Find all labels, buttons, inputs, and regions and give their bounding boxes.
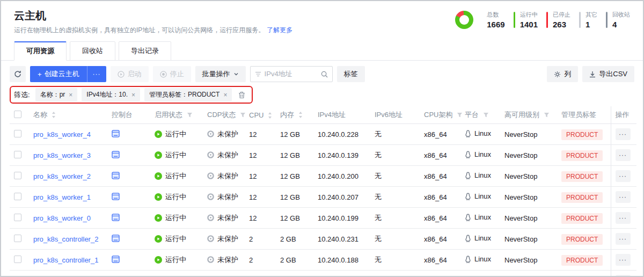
- stop-button[interactable]: 停止: [153, 66, 191, 82]
- cell-cpu: 12: [245, 145, 276, 166]
- stat-label: 已停止: [553, 11, 570, 19]
- console-button[interactable]: [112, 193, 120, 200]
- search-input[interactable]: IPv4地址: [250, 66, 333, 82]
- row-actions-button[interactable]: ···: [616, 275, 631, 277]
- admin-tag: PRODUCT: [561, 150, 603, 161]
- chip-close-icon[interactable]: ×: [131, 92, 135, 98]
- host-name-link[interactable]: pro_k8s_controller_2: [33, 235, 98, 243]
- filter-funnel-icon[interactable]: [544, 112, 550, 118]
- platform-text: Linux: [474, 150, 491, 158]
- row-actions-button[interactable]: ···: [616, 191, 631, 203]
- console-button[interactable]: [112, 172, 120, 179]
- filter-funnel-icon[interactable]: [457, 112, 463, 118]
- chip-close-icon[interactable]: ×: [223, 92, 227, 98]
- hosts-table: 名称 控制台启用状态 CDP状态 CPU 内存 IPv4地址IPv6地址CPU架…: [10, 106, 636, 277]
- row-actions-button[interactable]: ···: [616, 170, 631, 182]
- cdp-state-text: 未保护: [217, 129, 238, 139]
- table-row: pro_k8s_worker_4 运行中 未保护 12 12 GB 10.240…: [10, 124, 636, 145]
- select-all-checkbox[interactable]: [14, 111, 21, 118]
- sort-icon[interactable]: [52, 112, 56, 118]
- console-button[interactable]: [112, 235, 120, 242]
- refresh-button[interactable]: [10, 66, 26, 82]
- start-button[interactable]: 启动: [111, 66, 149, 82]
- console-icon: [112, 172, 120, 179]
- row-checkbox[interactable]: [14, 130, 21, 137]
- batch-operations-button[interactable]: 批量操作: [195, 66, 246, 82]
- filter-funnel-icon[interactable]: [240, 112, 246, 118]
- console-button[interactable]: [112, 130, 120, 137]
- power-state-text: 运行中: [165, 213, 186, 223]
- column-header-power-state[interactable]: 启用状态: [150, 106, 203, 124]
- column-header-memory[interactable]: 内存: [276, 106, 313, 124]
- stat-value: 263: [553, 20, 570, 29]
- cell-cpu: 2: [245, 271, 276, 277]
- column-header-cdp-state[interactable]: CDP状态: [203, 106, 245, 124]
- host-name-link[interactable]: pro_k8s_worker_0: [33, 214, 91, 222]
- host-name-link[interactable]: pro_k8s_worker_2: [33, 172, 91, 180]
- columns-button[interactable]: 列: [547, 66, 578, 82]
- annotation-highlight-box: 筛选: 名称：pr × IPv4地址：10. × 管理员标签：PRODUCT ×: [10, 86, 253, 104]
- column-header-platform[interactable]: 平台: [460, 106, 500, 124]
- export-csv-button[interactable]: 导出CSV: [582, 66, 634, 82]
- create-more-button[interactable]: ···: [87, 66, 106, 82]
- host-name-link[interactable]: pro_k8s_controller_1: [33, 256, 98, 264]
- cell-cpu-arch: x86_64: [420, 124, 460, 145]
- filter-chip[interactable]: 名称：pr ×: [35, 88, 78, 101]
- row-actions-button[interactable]: ···: [616, 128, 631, 140]
- linux-penguin-icon: [465, 214, 471, 221]
- tag-filter-button[interactable]: 标签: [337, 66, 365, 82]
- search-icon[interactable]: [321, 71, 328, 78]
- stop-label: 停止: [170, 69, 184, 79]
- host-name-link[interactable]: pro_k8s_worker_4: [33, 130, 91, 138]
- console-button[interactable]: [112, 256, 120, 263]
- filter-chip[interactable]: IPv4地址：10. ×: [82, 88, 140, 101]
- create-host-button[interactable]: +创建云主机: [30, 66, 87, 82]
- cdp-state-text: 未保护: [217, 234, 238, 244]
- row-checkbox[interactable]: [14, 235, 21, 242]
- row-checkbox[interactable]: [14, 172, 21, 179]
- platform-text: Linux: [474, 255, 491, 263]
- column-header-cpu[interactable]: CPU: [245, 106, 276, 124]
- table-row: pro_k8s_controller_1 运行中 未保护 2 2 GB 10.2…: [10, 250, 636, 271]
- column-label-power-state: 启用状态: [155, 111, 182, 119]
- cell-cpu-arch: x86_64: [420, 229, 460, 250]
- column-label-ha-level: 高可用级别: [504, 111, 539, 119]
- row-actions-button[interactable]: ···: [616, 233, 631, 245]
- console-button[interactable]: [112, 214, 120, 221]
- filter-funnel-icon[interactable]: [483, 112, 489, 118]
- chip-close-icon[interactable]: ×: [69, 92, 72, 98]
- download-icon: [589, 71, 596, 78]
- cell-ha-level: NeverStop: [500, 208, 557, 229]
- cell-ipv6: 无: [370, 250, 420, 271]
- tab-available[interactable]: 可用资源: [14, 41, 67, 61]
- select-all-checkbox-header[interactable]: [10, 106, 29, 124]
- tab-export[interactable]: 导出记录: [119, 41, 171, 61]
- host-name-link[interactable]: pro_k8s_worker_3: [33, 151, 91, 159]
- sort-icon[interactable]: [268, 112, 272, 119]
- filter-chip[interactable]: 管理员标签：PRODUCT ×: [144, 88, 232, 101]
- row-actions-button[interactable]: ···: [616, 149, 631, 161]
- tab-bar: 可用资源 回收站 导出记录: [1, 41, 643, 61]
- column-label-cdp-state: CDP状态: [207, 111, 236, 119]
- row-checkbox[interactable]: [14, 214, 21, 221]
- learn-more-link[interactable]: 了解更多: [267, 26, 292, 34]
- column-header-ha-level[interactable]: 高可用级别: [500, 106, 557, 124]
- row-actions-button[interactable]: ···: [616, 212, 631, 224]
- stat-bar: [579, 12, 581, 28]
- host-name-link[interactable]: pro_k8s_worker_1: [33, 193, 91, 201]
- sort-icon[interactable]: [298, 112, 303, 118]
- cell-ipv6: 无: [370, 124, 420, 145]
- status-donut-chart: [455, 11, 473, 29]
- column-header-name[interactable]: 名称: [29, 106, 107, 124]
- row-checkbox[interactable]: [14, 256, 21, 263]
- row-checkbox[interactable]: [14, 193, 21, 200]
- tab-recycle[interactable]: 回收站: [70, 41, 115, 61]
- row-actions-button[interactable]: ···: [616, 254, 631, 266]
- column-header-cpu-arch[interactable]: CPU架构: [420, 106, 460, 124]
- tag-filter-label: 标签: [344, 69, 358, 79]
- console-button[interactable]: [112, 151, 120, 158]
- clear-filters-button[interactable]: [237, 90, 246, 100]
- filter-funnel-icon[interactable]: [187, 112, 193, 118]
- row-checkbox[interactable]: [14, 151, 21, 158]
- cdp-unprotected-icon: [207, 172, 214, 179]
